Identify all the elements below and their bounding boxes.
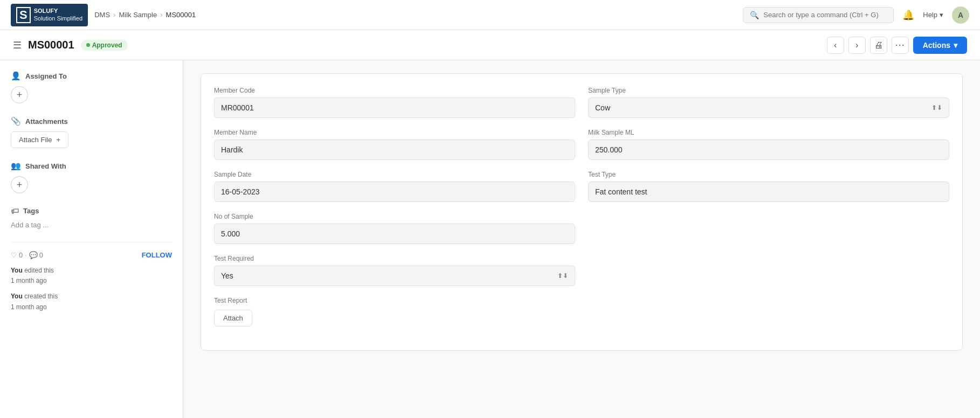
add-tag-button[interactable]: Add a tag ... xyxy=(11,221,172,229)
member-name-value: Hardik xyxy=(214,140,575,160)
shared-with-section: 👥 Shared With + xyxy=(11,161,172,193)
attachments-section: 📎 Attachments Attach File + xyxy=(11,116,172,148)
no-of-sample-group: No of Sample 5.000 xyxy=(214,213,575,244)
status-badge: Approved xyxy=(81,40,128,51)
test-report-attach-button[interactable]: Attach xyxy=(214,310,252,326)
filler-group-4 xyxy=(588,213,949,244)
tags-title: 🏷 Tags xyxy=(11,206,172,215)
form-row-2: Member Name Hardik Milk Sample ML 250.00… xyxy=(214,129,949,160)
more-options-button[interactable]: ··· xyxy=(892,37,909,54)
follow-button[interactable]: FOLLOW xyxy=(142,251,172,259)
activity2-time: 1 month ago xyxy=(11,303,47,311)
help-button[interactable]: Help ▾ xyxy=(923,11,943,19)
sample-date-value: 16-05-2023 xyxy=(214,182,575,202)
help-label: Help xyxy=(923,11,937,19)
status-label: Approved xyxy=(92,41,122,49)
sample-type-group: Sample Type Cow ⬆⬇ xyxy=(588,87,949,118)
content-area: Member Code MR00001 Sample Type Cow ⬆⬇ M… xyxy=(183,60,980,418)
breadcrumb-ms00001: MS00001 xyxy=(166,11,196,19)
milk-sample-ml-label: Milk Sample ML xyxy=(588,129,949,136)
shared-with-title: 👥 Shared With xyxy=(11,161,172,171)
tags-label: Tags xyxy=(23,207,39,215)
breadcrumb-milk-sample[interactable]: Milk Sample xyxy=(119,11,157,19)
test-required-label: Test Required xyxy=(214,255,575,262)
sample-type-label: Sample Type xyxy=(588,87,949,94)
test-required-value: Yes xyxy=(221,271,233,280)
test-report-label: Test Report xyxy=(214,297,322,304)
main-layout: 👤 Assigned To + 📎 Attachments Attach Fil… xyxy=(0,60,980,418)
form-row-3: Sample Date 16-05-2023 Test Type Fat con… xyxy=(214,171,949,202)
test-required-group: Test Required Yes ⬆⬇ xyxy=(214,255,575,286)
test-type-group: Test Type Fat content test xyxy=(588,171,949,202)
member-name-group: Member Name Hardik xyxy=(214,129,575,160)
breadcrumb-sep2: › xyxy=(160,11,162,19)
activity1-action: edited this xyxy=(24,267,54,274)
no-of-sample-value: 5.000 xyxy=(214,224,575,244)
search-input[interactable] xyxy=(763,11,887,19)
assigned-to-title: 👤 Assigned To xyxy=(11,71,172,81)
no-of-sample-label: No of Sample xyxy=(214,213,575,220)
heart-icon[interactable]: ♡ 0 xyxy=(11,251,23,259)
logo: S SOLUFYSolution Simplified xyxy=(11,4,88,26)
form-row-4: No of Sample 5.000 xyxy=(214,213,949,244)
test-type-label: Test Type xyxy=(588,171,949,178)
form-row-6: Test Report Attach xyxy=(214,297,949,326)
attach-file-button[interactable]: Attach File + xyxy=(11,131,68,148)
test-required-arrows-icon: ⬆⬇ xyxy=(557,272,568,280)
logo-icon: S xyxy=(16,7,31,23)
breadcrumb-sep1: › xyxy=(113,11,115,19)
actions-button[interactable]: Actions ▾ xyxy=(913,37,967,54)
activity2-action: created this xyxy=(24,292,58,300)
comment-icon[interactable]: 💬 0 xyxy=(29,251,43,259)
top-navigation: S SOLUFYSolution Simplified DMS › Milk S… xyxy=(0,0,980,30)
add-shared-button[interactable]: + xyxy=(11,176,28,193)
activity1-user: You xyxy=(11,267,23,274)
status-dot xyxy=(86,43,90,47)
attach-plus-icon: + xyxy=(56,136,60,144)
test-report-group: Test Report Attach xyxy=(214,297,322,326)
sample-type-select[interactable]: Cow ⬆⬇ xyxy=(588,97,949,118)
assigned-to-section: 👤 Assigned To + xyxy=(11,71,172,103)
avatar[interactable]: A xyxy=(952,6,969,24)
form-row-1: Member Code MR00001 Sample Type Cow ⬆⬇ xyxy=(214,87,949,118)
attachment-icon: 📎 xyxy=(11,116,21,126)
member-code-value: MR00001 xyxy=(214,97,575,118)
shared-with-icon: 👥 xyxy=(11,161,21,171)
breadcrumb: DMS › Milk Sample › MS00001 xyxy=(94,11,196,19)
filler-group-5 xyxy=(588,255,949,286)
activity-icons: ♡ 0 · 💬 0 xyxy=(11,251,43,259)
activity2-user: You xyxy=(11,292,23,300)
hamburger-icon[interactable]: ☰ xyxy=(13,39,22,51)
member-code-group: Member Code MR00001 xyxy=(214,87,575,118)
dot-separator: · xyxy=(25,251,27,259)
breadcrumb-dms[interactable]: DMS xyxy=(94,11,110,19)
sample-type-arrows-icon: ⬆⬇ xyxy=(931,104,942,112)
activity-log: You edited this 1 month ago You created … xyxy=(11,266,172,312)
attach-file-label: Attach File xyxy=(19,136,52,144)
add-assigned-button[interactable]: + xyxy=(11,86,28,103)
assigned-to-icon: 👤 xyxy=(11,71,21,81)
activity-row: ♡ 0 · 💬 0 FOLLOW xyxy=(11,251,172,259)
attachments-title: 📎 Attachments xyxy=(11,116,172,126)
page-header: ☰ MS00001 Approved ‹ › 🖨 ··· Actions ▾ xyxy=(0,30,980,60)
sample-date-label: Sample Date xyxy=(214,171,575,178)
prev-button[interactable]: ‹ xyxy=(827,37,844,54)
form-row-5: Test Required Yes ⬆⬇ xyxy=(214,255,949,286)
milk-sample-ml-value: 250.000 xyxy=(588,140,949,160)
activity-log-item-2: You created this 1 month ago xyxy=(11,291,172,312)
comments-count: 0 xyxy=(39,251,43,259)
next-button[interactable]: › xyxy=(848,37,866,54)
search-box[interactable]: 🔍 xyxy=(743,7,894,23)
test-type-value: Fat content test xyxy=(588,182,949,202)
bell-icon[interactable]: 🔔 xyxy=(902,9,914,21)
assigned-to-label: Assigned To xyxy=(25,72,67,80)
header-actions: ‹ › 🖨 ··· Actions ▾ xyxy=(827,37,967,54)
print-button[interactable]: 🖨 xyxy=(870,37,887,54)
shared-with-label: Shared With xyxy=(25,162,66,170)
form-grid: Member Code MR00001 Sample Type Cow ⬆⬇ M… xyxy=(201,73,963,351)
attachments-label: Attachments xyxy=(25,117,68,126)
tags-icon: 🏷 xyxy=(11,206,19,215)
sidebar: 👤 Assigned To + 📎 Attachments Attach Fil… xyxy=(0,60,183,418)
tags-section: 🏷 Tags Add a tag ... xyxy=(11,206,172,229)
test-required-select[interactable]: Yes ⬆⬇ xyxy=(214,266,575,286)
